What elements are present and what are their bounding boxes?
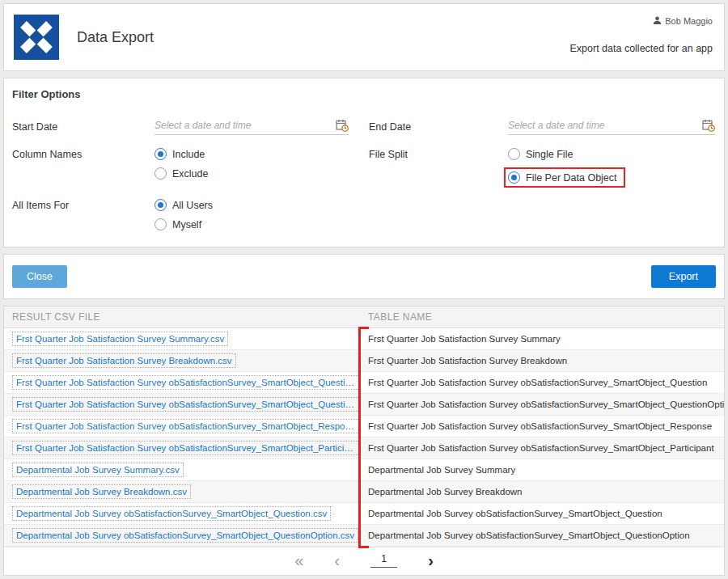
csv-file-link[interactable]: Departmental Job Survey Breakdown.csv (12, 484, 191, 499)
radio-all-users-circle (154, 199, 167, 211)
end-date-input[interactable] (508, 118, 702, 133)
radio-include-label: Include (172, 149, 205, 160)
csv-file-cell: Frst Quarter Job Satisfaction Survey Bre… (4, 350, 360, 372)
radio-include[interactable]: Include (154, 148, 205, 160)
app-header: Data Export Bob Maggio Export data colle… (3, 3, 725, 71)
csv-file-link[interactable]: Departmental Job Survey Summary.csv (12, 463, 184, 477)
table-name-text: Frst Quarter Job Satisfaction Survey Bre… (368, 356, 567, 366)
radio-all-users[interactable]: All Users (154, 199, 213, 211)
radio-exclude[interactable]: Exclude (154, 167, 208, 180)
table-row: Departmental Job Survey Breakdown.csv De… (4, 481, 724, 503)
table-name-cell: Frst Quarter Job Satisfaction Survey Sum… (360, 328, 724, 350)
csv-file-link[interactable]: Frst Quarter Job Satisfaction Survey Bre… (12, 353, 236, 368)
csv-file-link[interactable]: Departmental Job Survey obSatisfactionSu… (12, 506, 331, 521)
table-row: Frst Quarter Job Satisfaction Survey obS… (4, 416, 724, 437)
table-name-text: Frst Quarter Job Satisfaction Survey obS… (368, 421, 712, 431)
csv-file-cell: Frst Quarter Job Satisfaction Survey obS… (4, 372, 360, 394)
csv-file-cell: Frst Quarter Job Satisfaction Survey Sum… (4, 328, 360, 350)
csv-file-cell: Frst Quarter Job Satisfaction Survey obS… (4, 394, 360, 416)
file-split-label: File Split (369, 148, 508, 161)
csv-file-link[interactable]: Frst Quarter Job Satisfaction Survey Sum… (12, 332, 228, 346)
radio-myself-circle (154, 218, 167, 230)
table-row: Departmental Job Survey obSatisfactionSu… (4, 525, 724, 547)
table-name-cell: Frst Quarter Job Satisfaction Survey obS… (360, 437, 724, 459)
table-row: Frst Quarter Job Satisfaction Survey obS… (4, 394, 724, 416)
radio-exclude-label: Exclude (172, 168, 208, 180)
app-logo (14, 15, 59, 60)
start-date-input[interactable] (154, 118, 336, 133)
table-name-cell: Departmental Job Survey Breakdown (360, 481, 724, 503)
annotation-highlight-box: File Per Data Object (504, 167, 625, 188)
column-names-radio-group: Include Exclude (154, 148, 369, 180)
pagination-current-page[interactable]: 1 (370, 552, 397, 568)
table-name-cell: Frst Quarter Job Satisfaction Survey obS… (360, 416, 724, 437)
radio-myself-label: Myself (172, 219, 201, 230)
table-row: Frst Quarter Job Satisfaction Survey Sum… (4, 328, 724, 350)
all-items-for-label: All Items For (12, 199, 154, 212)
table-row: Departmental Job Survey Summary.csv Depa… (4, 459, 724, 481)
csv-file-link[interactable]: Frst Quarter Job Satisfaction Survey obS… (12, 441, 360, 455)
table-row: Frst Quarter Job Satisfaction Survey Bre… (4, 350, 724, 372)
radio-exclude-circle (154, 167, 167, 180)
csv-file-cell: Frst Quarter Job Satisfaction Survey obS… (4, 416, 360, 437)
csv-file-link[interactable]: Frst Quarter Job Satisfaction Survey obS… (12, 397, 360, 412)
table-row: Frst Quarter Job Satisfaction Survey obS… (4, 372, 724, 394)
start-date-picker-icon[interactable] (336, 119, 349, 132)
csv-file-cell: Departmental Job Survey Breakdown.csv (4, 481, 360, 503)
column-names-label: Column Names (12, 148, 154, 161)
table-name-text: Departmental Job Survey Breakdown (368, 487, 523, 497)
csv-file-link[interactable]: Frst Quarter Job Satisfaction Survey obS… (12, 419, 360, 433)
close-button[interactable]: Close (12, 265, 67, 288)
csv-file-link[interactable]: Departmental Job Survey obSatisfactionSu… (12, 528, 358, 543)
csv-file-cell: Departmental Job Survey obSatisfactionSu… (4, 525, 360, 547)
table-name-text: Frst Quarter Job Satisfaction Survey obS… (368, 378, 707, 387)
start-date-label: Start Date (12, 120, 154, 133)
action-bar: Close Export (3, 254, 725, 299)
filter-options-heading: Filter Options (12, 88, 716, 100)
radio-file-per-data-object[interactable]: File Per Data Object (508, 171, 617, 184)
column-header-result-csv-file: RESULT CSV FILE (4, 306, 360, 328)
user-name: Bob Maggio (665, 16, 713, 26)
radio-file-per-data-object-circle (508, 171, 520, 184)
all-items-for-radio-group: All Users Myself (154, 199, 369, 230)
file-split-radio-group: Single File File Per Data Object (508, 148, 716, 188)
radio-single-file-circle (508, 148, 520, 160)
csv-file-cell: Frst Quarter Job Satisfaction Survey obS… (4, 437, 360, 459)
app-logo-icon (14, 15, 59, 60)
end-date-field (508, 118, 715, 135)
table-name-cell: Frst Quarter Job Satisfaction Survey obS… (360, 372, 724, 394)
radio-single-file[interactable]: Single File (508, 148, 573, 160)
user-menu[interactable]: Bob Maggio (653, 16, 713, 26)
table-name-text: Frst Quarter Job Satisfaction Survey Sum… (368, 334, 561, 344)
table-name-cell: Departmental Job Survey obSatisfactionSu… (360, 503, 724, 525)
pagination: « ‹ 1 › (4, 547, 724, 573)
start-date-field (154, 118, 349, 135)
table-name-cell: Frst Quarter Job Satisfaction Survey obS… (360, 394, 724, 416)
radio-single-file-label: Single File (526, 149, 573, 160)
pagination-first-button[interactable]: « (294, 552, 303, 568)
radio-file-per-data-object-label: File Per Data Object (526, 172, 617, 184)
radio-all-users-label: All Users (172, 200, 213, 211)
export-button[interactable]: Export (651, 265, 716, 288)
table-name-text: Departmental Job Survey obSatisfactionSu… (368, 509, 662, 518)
csv-file-cell: Departmental Job Survey Summary.csv (4, 459, 360, 481)
table-name-cell: Departmental Job Survey Summary (360, 459, 724, 481)
radio-include-circle (154, 148, 167, 160)
results-table: RESULT CSV FILE TABLE NAME Frst Quarter … (4, 306, 724, 547)
end-date-label: End Date (369, 120, 508, 133)
table-name-text: Departmental Job Survey obSatisfactionSu… (368, 530, 690, 540)
end-date-picker-icon[interactable] (702, 119, 715, 132)
results-panel: RESULT CSV FILE TABLE NAME Frst Quarter … (3, 306, 725, 576)
column-header-table-name: TABLE NAME (360, 306, 724, 328)
radio-myself[interactable]: Myself (154, 218, 201, 230)
table-row: Frst Quarter Job Satisfaction Survey obS… (4, 437, 724, 459)
pagination-previous-button[interactable]: ‹ (334, 552, 340, 568)
table-name-cell: Frst Quarter Job Satisfaction Survey Bre… (360, 350, 724, 372)
table-row: Departmental Job Survey obSatisfactionSu… (4, 503, 724, 525)
pagination-next-button[interactable]: › (428, 552, 434, 568)
app-tagline: Export data collected for an app (569, 43, 713, 54)
results-table-body: Frst Quarter Job Satisfaction Survey Sum… (4, 328, 724, 547)
csv-file-cell: Departmental Job Survey obSatisfactionSu… (4, 503, 360, 525)
table-name-text: Departmental Job Survey Summary (368, 465, 515, 475)
csv-file-link[interactable]: Frst Quarter Job Satisfaction Survey obS… (12, 375, 360, 390)
